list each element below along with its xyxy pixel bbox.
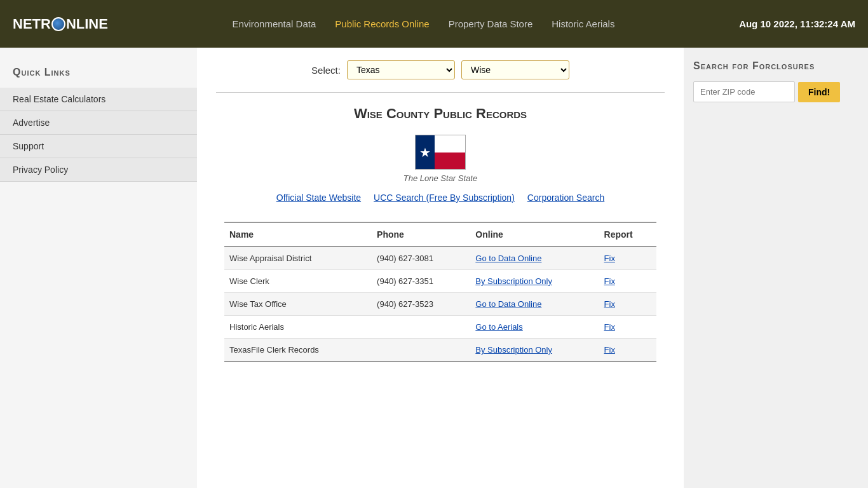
table-header: Name Phone Online Report [224, 222, 656, 247]
cell-online[interactable]: Go to Data Online [470, 293, 599, 316]
select-label: Select: [311, 65, 341, 76]
col-report: Report [599, 222, 656, 247]
zip-row: Find! [693, 81, 858, 102]
cell-phone [372, 339, 470, 362]
cell-report[interactable]: Fix [599, 270, 656, 293]
online-link[interactable]: Go to Aerials [475, 322, 522, 332]
cell-name: Wise Appraisal District [224, 247, 372, 270]
flag-blue-panel: ★ [416, 135, 435, 169]
fix-link[interactable]: Fix [604, 276, 615, 286]
online-link[interactable]: Go to Data Online [475, 254, 541, 263]
online-link[interactable]: Go to Data Online [475, 299, 541, 309]
table-row: Historic AerialsGo to AerialsFix [224, 316, 656, 339]
logo-text-before: NETR [13, 16, 51, 32]
cell-phone: (940) 627-3351 [372, 270, 470, 293]
zip-input[interactable] [693, 81, 795, 102]
records-table: Name Phone Online Report Wise Appraisal … [224, 222, 656, 362]
foreclosure-title: Search for Forclosures [693, 60, 858, 72]
cell-phone [372, 316, 470, 339]
table-row: Wise Clerk(940) 627-3351By Subscription … [224, 270, 656, 293]
fix-link[interactable]: Fix [604, 254, 615, 263]
texas-flag: ★ [415, 135, 466, 170]
cell-report[interactable]: Fix [599, 339, 656, 362]
datetime: Aug 10 2022, 11:32:24 AM [739, 18, 855, 29]
links-row: Official State Website UCC Search (Free … [224, 193, 656, 203]
sidebar-item-real-estate[interactable]: Real Estate Calculators [0, 88, 197, 111]
right-panel: Search for Forclosures Find! [684, 48, 868, 488]
main-nav: Environmental Data Public Records Online… [108, 18, 739, 29]
main-content: Select: Texas Wise Wise County Public Re… [197, 48, 684, 488]
globe-icon [51, 17, 65, 31]
body-wrapper: Quick Links Real Estate Calculators Adve… [0, 48, 868, 488]
cell-report[interactable]: Fix [599, 316, 656, 339]
sidebar-title: Quick Links [0, 60, 197, 88]
nav-historic-aerials[interactable]: Historic Aerials [552, 18, 614, 29]
select-row: Select: Texas Wise [216, 60, 665, 79]
cell-report[interactable]: Fix [599, 293, 656, 316]
cell-online[interactable]: By Subscription Only [470, 270, 599, 293]
fix-link[interactable]: Fix [604, 322, 615, 332]
county-section: Wise County Public Records ★ The Lone St… [224, 105, 656, 362]
ucc-search-link[interactable]: UCC Search (Free By Subscription) [374, 193, 515, 203]
cell-report[interactable]: Fix [599, 247, 656, 270]
header: NETR NLINE Environmental Data Public Rec… [0, 0, 868, 48]
find-button[interactable]: Find! [798, 82, 840, 102]
table-row: Wise Appraisal District(940) 627-3081Go … [224, 247, 656, 270]
cell-name: Historic Aerials [224, 316, 372, 339]
cell-name: Wise Clerk [224, 270, 372, 293]
sidebar-item-privacy[interactable]: Privacy Policy [0, 158, 197, 182]
cell-online[interactable]: By Subscription Only [470, 339, 599, 362]
online-link[interactable]: By Subscription Only [475, 276, 552, 286]
nav-environmental-data[interactable]: Environmental Data [233, 18, 316, 29]
cell-name: TexasFile Clerk Records [224, 339, 372, 362]
flag-right-panel [435, 135, 465, 169]
col-name: Name [224, 222, 372, 247]
nav-public-records[interactable]: Public Records Online [335, 18, 429, 29]
fix-link[interactable]: Fix [604, 299, 615, 309]
corporation-search-link[interactable]: Corporation Search [527, 193, 604, 203]
logo: NETR NLINE [13, 16, 108, 32]
sidebar-item-support[interactable]: Support [0, 135, 197, 158]
flag-wrapper: ★ The Lone Star State [224, 135, 656, 183]
cell-name: Wise Tax Office [224, 293, 372, 316]
cell-online[interactable]: Go to Aerials [470, 316, 599, 339]
state-select[interactable]: Texas [347, 60, 455, 79]
cell-phone: (940) 627-3081 [372, 247, 470, 270]
col-phone: Phone [372, 222, 470, 247]
logo-text-after: NLINE [66, 16, 108, 32]
sidebar: Quick Links Real Estate Calculators Adve… [0, 48, 197, 488]
col-online: Online [470, 222, 599, 247]
sidebar-item-advertise[interactable]: Advertise [0, 111, 197, 135]
cell-online[interactable]: Go to Data Online [470, 247, 599, 270]
table-body: Wise Appraisal District(940) 627-3081Go … [224, 247, 656, 362]
table-row: Wise Tax Office(940) 627-3523Go to Data … [224, 293, 656, 316]
table-header-row: Name Phone Online Report [224, 222, 656, 247]
nav-property-data[interactable]: Property Data Store [449, 18, 533, 29]
flag-caption: The Lone Star State [403, 173, 477, 183]
county-select[interactable]: Wise [461, 60, 569, 79]
table-row: TexasFile Clerk RecordsBy Subscription O… [224, 339, 656, 362]
divider [216, 92, 665, 93]
online-link[interactable]: By Subscription Only [475, 345, 552, 355]
fix-link[interactable]: Fix [604, 345, 615, 355]
cell-phone: (940) 627-3523 [372, 293, 470, 316]
county-title: Wise County Public Records [224, 105, 656, 122]
flag-white-stripe [435, 135, 465, 152]
official-state-website-link[interactable]: Official State Website [276, 193, 361, 203]
flag-red-stripe [435, 152, 465, 170]
